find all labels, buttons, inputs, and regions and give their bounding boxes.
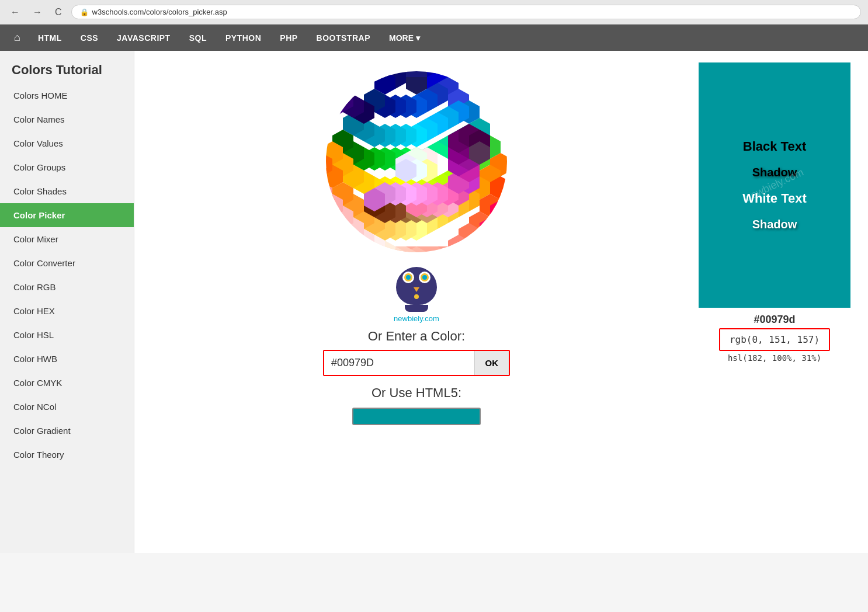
owl-beak	[414, 287, 419, 292]
sidebar-item-color-converter[interactable]: Color Converter	[0, 251, 134, 275]
sidebar: Colors Tutorial Colors HOME Color Names …	[0, 51, 134, 553]
color-hsl-value: hsl(182, 100%, 31%)	[728, 353, 821, 363]
ok-button[interactable]: OK	[474, 351, 509, 375]
url-text: w3schools.com/colors/colors_picker.asp	[92, 8, 227, 16]
more-menu[interactable]: MORE ▾	[380, 26, 429, 50]
right-panel: newbiely.com Black Text Shadow White Tex…	[699, 62, 850, 541]
owl-eye-left	[402, 272, 414, 283]
sidebar-item-colors-home[interactable]: Colors HOME	[0, 84, 134, 107]
color-hex-label: #00979d	[754, 314, 795, 326]
page-layout: Colors Tutorial Colors HOME Color Names …	[0, 51, 868, 553]
top-nav: ⌂ HTML CSS JAVASCRIPT SQL PYTHON PHP BOO…	[0, 25, 868, 51]
shadow-label-1: Shadow	[752, 166, 797, 179]
sidebar-item-color-values[interactable]: Color Values	[0, 131, 134, 155]
sidebar-item-color-groups[interactable]: Color Groups	[0, 155, 134, 179]
nav-php[interactable]: PHP	[270, 26, 307, 50]
svg-marker-93	[317, 171, 322, 194]
lock-icon: 🔒	[80, 8, 89, 16]
owl-mascot: newbiely.com	[394, 267, 439, 323]
sidebar-item-color-names[interactable]: Color Names	[0, 107, 134, 131]
html5-color-input[interactable]	[352, 408, 481, 425]
center-panel: newbiely.com Or Enter a Color: OK Or Use…	[152, 62, 681, 541]
svg-marker-81	[438, 246, 459, 258]
sidebar-item-color-ncol[interactable]: Color NCol	[0, 395, 134, 419]
nav-html[interactable]: HTML	[29, 26, 71, 50]
hex-color-wheel[interactable]	[317, 62, 516, 261]
sidebar-title: Colors Tutorial	[0, 51, 134, 84]
svg-marker-80	[448, 235, 469, 258]
sidebar-item-color-mixer[interactable]: Color Mixer	[0, 227, 134, 251]
svg-marker-138	[322, 95, 343, 118]
nav-python[interactable]: PYTHON	[216, 26, 270, 50]
address-bar[interactable]: 🔒 w3schools.com/colors/colors_picker.asp	[71, 5, 861, 19]
color-preview-box: newbiely.com Black Text Shadow White Tex…	[699, 62, 850, 308]
sidebar-item-color-hsl[interactable]: Color HSL	[0, 323, 134, 347]
refresh-button[interactable]: C	[51, 6, 65, 19]
owl-eyes	[402, 272, 430, 283]
svg-marker-139	[317, 100, 332, 124]
sidebar-item-color-gradient[interactable]: Color Gradient	[0, 419, 134, 443]
color-input[interactable]	[324, 351, 474, 375]
color-input-row: OK	[323, 350, 510, 376]
nav-sql[interactable]: SQL	[180, 26, 216, 50]
shadow-label-2: Shadow	[752, 218, 797, 231]
owl-body	[396, 267, 437, 305]
sidebar-item-color-shades[interactable]: Color Shades	[0, 179, 134, 203]
svg-marker-97	[459, 241, 480, 258]
sidebar-item-color-hwb[interactable]: Color HWB	[0, 347, 134, 371]
nav-bootstrap[interactable]: BOOTSTRAP	[307, 26, 380, 50]
forward-button[interactable]: →	[29, 6, 46, 19]
color-rgb-value: rgb(0, 151, 157)	[719, 328, 830, 351]
white-text-label: White Text	[742, 191, 807, 206]
owl-pupil-left	[406, 275, 411, 280]
sidebar-item-color-cmyk[interactable]: Color CMYK	[0, 371, 134, 395]
enter-color-label: Or Enter a Color:	[368, 329, 465, 344]
main-content: newbiely.com Or Enter a Color: OK Or Use…	[134, 51, 868, 553]
svg-marker-2	[406, 65, 427, 77]
svg-marker-141	[317, 130, 322, 153]
owl-label: newbiely.com	[394, 314, 439, 323]
black-text-label: Black Text	[743, 139, 806, 154]
nav-css[interactable]: CSS	[71, 26, 107, 50]
owl-eye-right	[419, 272, 430, 283]
or-html5-label: Or Use HTML5:	[371, 385, 461, 401]
owl-pupil-right	[422, 275, 427, 280]
sidebar-item-color-hex[interactable]: Color HEX	[0, 299, 134, 323]
sidebar-item-color-rgb[interactable]: Color RGB	[0, 275, 134, 299]
browser-chrome: ← → C 🔒 w3schools.com/colors/colors_pick…	[0, 0, 868, 25]
nav-javascript[interactable]: JAVASCRIPT	[107, 26, 180, 50]
owl-dot	[414, 294, 419, 299]
home-button[interactable]: ⌂	[6, 25, 29, 51]
sidebar-item-color-theory[interactable]: Color Theory	[0, 443, 134, 467]
sidebar-item-color-picker[interactable]: Color Picker	[0, 203, 134, 227]
back-button[interactable]: ←	[7, 6, 23, 19]
svg-marker-96	[469, 235, 490, 258]
owl-feet	[405, 305, 428, 312]
svg-marker-140	[317, 106, 322, 130]
